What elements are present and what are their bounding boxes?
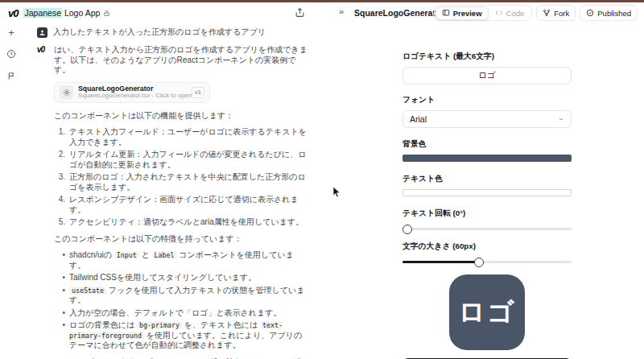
list-item: •Tailwind CSSを使用してスタイリングしています。	[54, 273, 310, 283]
slider-handle[interactable]	[474, 258, 484, 267]
v0-app-window: v0 Japanese Logo App » SquareLogoGenerat…	[0, 0, 644, 359]
list-marker: •	[54, 308, 65, 319]
code-card-version-badge: v1	[192, 87, 204, 99]
collapse-panel-icon[interactable]: »	[339, 6, 343, 16]
published-button[interactable]: Published	[580, 5, 638, 21]
new-chat-icon[interactable]: +	[5, 26, 18, 39]
v0-logo[interactable]: v0	[8, 7, 18, 19]
list-item: 3.正方形のロゴ：入力されたテキストを中央に配置した正方形のロゴを表示します。	[54, 172, 310, 192]
header-left: v0 Japanese Logo App	[8, 2, 110, 23]
rotation-slider[interactable]	[402, 224, 572, 234]
list-item: 2.リアルタイム更新：入力フィールドの値が変更されるたびに、ロゴが自動的に更新さ…	[54, 150, 310, 170]
view-switcher: Preview Code	[434, 5, 533, 21]
font-select[interactable]: Arial	[402, 110, 572, 128]
code-icon	[495, 9, 503, 17]
left-rail: +	[0, 26, 23, 82]
person-icon	[39, 29, 46, 36]
text-color-swatch[interactable]	[402, 189, 572, 196]
chat-thread: 入力したテキストが入った正方形のロゴを作成するアプリ v0 はい、テキスト入力か…	[37, 27, 316, 359]
logo-text-input[interactable]	[402, 67, 572, 85]
background-color-label: 背景色	[402, 139, 572, 150]
lock-icon	[103, 10, 110, 17]
user-message: 入力したテキストが入った正方形のロゴを作成するアプリ	[37, 27, 316, 38]
list-item-text: テキスト入力フィールド：ユーザーがロゴに表示するテキストを入力できます。	[69, 127, 310, 147]
title-rest: Logo App	[62, 8, 100, 18]
code-tab[interactable]: Code	[489, 6, 531, 20]
mouse-cursor	[332, 186, 341, 201]
logo-preview-square: ロゴ	[449, 274, 525, 350]
title-highlight: Japanese	[23, 8, 62, 18]
list-item-text: アクセシビリティ：適切なラベルとaria属性を使用しています。	[69, 217, 310, 228]
list-marker: •	[54, 273, 65, 283]
user-avatar	[37, 27, 47, 38]
inline-code-chip: useState	[69, 287, 106, 295]
list-item: •ロゴの背景色には bg-primary を、テキスト色には text-prim…	[54, 320, 310, 351]
list-item: 1.テキスト入力フィールド：ユーザーがロゴに表示するテキストを入力できます。	[54, 127, 310, 147]
slider-track	[402, 228, 572, 230]
top-bar: v0 Japanese Logo App » SquareLogoGenerat…	[0, 2, 644, 23]
list-item: 5.アクセシビリティ：適切なラベルとaria属性を使用しています。	[54, 217, 310, 228]
component-name[interactable]: SquareLogoGenerator	[354, 8, 444, 18]
assistant-message-body: はい、テキスト入力から正方形のロゴを作成するアプリを作成できます。以下は、そのよ…	[54, 45, 310, 359]
preview-tab[interactable]: Preview	[436, 6, 489, 20]
list-item-text: 入力が空の場合、デフォルトで「ロゴ」と表示されます。	[69, 308, 310, 319]
list-marker: 4.	[54, 195, 65, 215]
preview-icon	[442, 9, 450, 17]
font-label: フォント	[402, 95, 572, 105]
font-size-slider[interactable]	[402, 257, 572, 267]
code-card-text: SquareLogoGenerator SquareLogoGenerator.…	[78, 85, 192, 100]
v0-avatar: v0	[37, 45, 48, 359]
list-item: •shadcn/uiの Input と Label コンポーネントを使用していま…	[54, 250, 310, 270]
list-item: 4.レスポンシブデザイン：画面サイズに応じて適切に表示されます。	[54, 195, 310, 215]
fork-icon	[543, 9, 551, 17]
assistant-intro: はい、テキスト入力から正方形のロゴを作成するアプリを作成できます。以下は、そのよ…	[54, 45, 310, 76]
published-check-icon	[586, 9, 594, 17]
text-color-label: テキスト色	[402, 174, 572, 184]
traits-list: •shadcn/uiの Input と Label コンポーネントを使用していま…	[54, 250, 310, 351]
fork-button[interactable]: Fork	[536, 5, 576, 21]
list-marker: 5.	[54, 217, 65, 228]
slider-handle[interactable]	[402, 225, 412, 234]
traits-heading: このコンポーネントは以下の特徴を持っています：	[54, 234, 310, 245]
list-marker: 2.	[54, 150, 65, 170]
list-marker: 3.	[54, 172, 65, 192]
background-color-swatch[interactable]	[402, 155, 572, 162]
features-heading: このコンポーネントは以下の機能を提供します：	[54, 111, 310, 122]
list-item-text: Tailwind CSSを使用してスタイリングしています。	[69, 273, 310, 283]
project-title[interactable]: Japanese Logo App	[23, 8, 110, 18]
top-stripe	[0, 0, 644, 2]
logo-text-label: ロゴテキスト (最大6文字)	[402, 52, 572, 62]
user-message-text: 入力したテキストが入った正方形のロゴを作成するアプリ	[53, 27, 309, 38]
assistant-message: v0 はい、テキスト入力から正方形のロゴを作成するアプリを作成できます。以下は、…	[37, 45, 316, 359]
list-marker: 1.	[54, 127, 65, 147]
list-marker: •	[54, 320, 65, 351]
list-item-text: リアルタイム更新：入力フィールドの値が変更されるたびに、ロゴが自動的に更新されま…	[69, 150, 310, 170]
list-marker: •	[54, 286, 65, 306]
gear-icon	[60, 85, 73, 99]
features-list: 1.テキスト入力フィールド：ユーザーがロゴに表示するテキストを入力できます。2.…	[54, 127, 310, 228]
list-item-text: useState フックを使用して入力テキストの状態を管理しています。	[69, 286, 310, 306]
list-item-text: shadcn/uiの Input と Label コンポーネントを使用しています…	[69, 250, 310, 270]
flag-icon[interactable]	[5, 69, 18, 82]
list-marker: •	[54, 250, 65, 270]
share-icon[interactable]	[295, 7, 308, 20]
list-item: •useState フックを使用して入力テキストの状態を管理しています。	[54, 286, 310, 306]
inline-code-chip: Label	[152, 251, 177, 259]
logo-generator-preview: ロゴテキスト (最大6文字) フォント Arial 背景色 テキスト色 テキスト…	[402, 52, 572, 359]
list-item: •入力が空の場合、デフォルトで「ロゴ」と表示されます。	[54, 308, 310, 319]
history-icon[interactable]	[5, 47, 18, 60]
list-item-text: ロゴの背景色には bg-primary を、テキスト色には text-prima…	[69, 320, 310, 351]
list-item-text: 正方形のロゴ：入力されたテキストを中央に配置した正方形のロゴを表示します。	[69, 172, 310, 192]
font-size-label: 文字の大きさ (60px)	[402, 241, 572, 252]
font-select-value: Arial	[410, 114, 427, 124]
code-card-subtitle: SquareLogoGenerator.tsx - Click to open	[78, 93, 192, 100]
inline-code-chip: bg-primary	[137, 321, 182, 329]
chevron-down-icon	[558, 116, 564, 122]
list-item-text: レスポンシブデザイン：画面サイズに応じて適切に表示されます。	[69, 195, 310, 215]
code-block-card[interactable]: SquareLogoGenerator SquareLogoGenerator.…	[54, 82, 210, 103]
inline-code-chip: Input	[114, 251, 139, 259]
rotation-label: テキスト回転 (0°)	[402, 208, 572, 219]
slider-fill	[402, 261, 479, 263]
header-actions: Preview Code Fork Publishe	[434, 5, 638, 21]
